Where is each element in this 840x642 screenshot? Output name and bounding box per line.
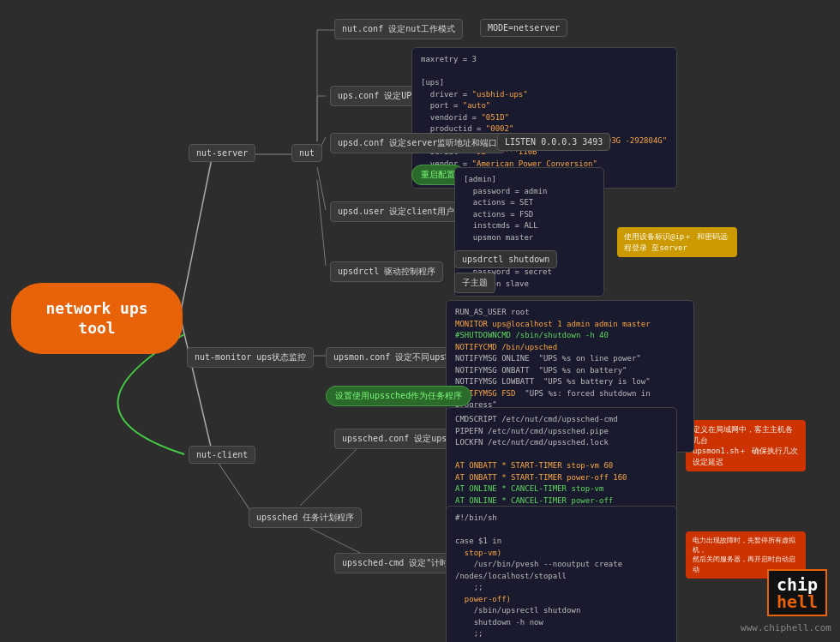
nut-node: nut [291, 144, 322, 162]
upsdrv-node: upsdrctl 驱动控制程序 [330, 261, 443, 282]
svg-line-8 [317, 167, 326, 210]
annotation-red1: 定义在局域网中，客主主机各几台upsmon1.sh＋ 确保执行几次设定延迟 [686, 420, 806, 471]
svg-line-9 [317, 180, 326, 266]
upsd-conf-node: upsd.conf 设定server监听地址和端口 [330, 133, 505, 153]
main-canvas: network ups tool nut-server nut nut.conf… [0, 0, 840, 642]
child-node: 子主题 [454, 273, 495, 293]
nut-monitor-node: nut-monitor ups状态监控 [187, 347, 314, 368]
upssched-cmd-code: #!/bin/sh case $1 in stop-vm) /usr/bin/p… [446, 506, 677, 642]
title-badge: network ups tool [11, 283, 183, 354]
chiphell-logo: chip hell [767, 569, 827, 616]
watermark: www.chiphell.com [741, 622, 831, 633]
svg-line-14 [300, 523, 369, 557]
upsdrv-shutdown-node: upsdrctl shutdown [454, 250, 557, 268]
nut-client-node: nut-client [189, 446, 255, 464]
title-text: network ups tool [45, 299, 147, 337]
mode-server-node: MODE=netserver [480, 19, 567, 37]
annotation-yellow: 使用设备标识@ip＋ 和密码远程登录 至server [617, 227, 737, 257]
nut-conf-node: nut.conf 设定nut工作模式 [334, 19, 463, 39]
svg-line-0 [180, 154, 213, 315]
nut-server-node: nut-server [189, 144, 255, 162]
listen-node: LISTEN 0.0.0.3 3493 [497, 133, 610, 151]
use-upssched-node[interactable]: 设置使用upssched作为任务程序 [326, 386, 471, 406]
upssched-node: upssched 任务计划程序 [249, 507, 362, 528]
svg-line-1 [180, 315, 213, 454]
